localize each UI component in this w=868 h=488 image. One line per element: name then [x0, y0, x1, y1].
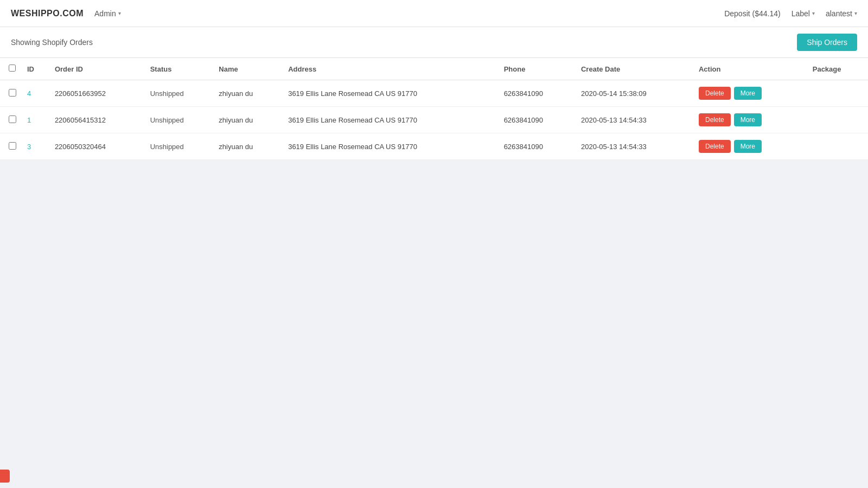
col-address: Address [283, 58, 498, 80]
col-phone: Phone [499, 58, 576, 80]
row-name: zhiyuan du [213, 133, 283, 160]
row-action-cell: Delete More [693, 80, 807, 107]
table-row: 4 2206051663952 Unshipped zhiyuan du 361… [0, 80, 868, 107]
row-action-cell: Delete More [693, 133, 807, 160]
main-content: ID Order ID Status Name Address Phone Cr… [0, 58, 868, 485]
action-buttons: Delete More [699, 87, 802, 100]
user-menu[interactable]: alantest ▾ [826, 9, 857, 18]
more-button[interactable]: More [734, 140, 762, 153]
page-title: Showing Shopify Orders [11, 38, 93, 47]
row-checkbox-cell [0, 107, 22, 133]
label-menu-label: Label [792, 9, 810, 18]
row-action-cell: Delete More [693, 107, 807, 133]
row-create-date: 2020-05-14 15:38:09 [576, 80, 693, 107]
more-button[interactable]: More [734, 87, 762, 100]
row-package [807, 133, 868, 160]
row-checkbox[interactable] [9, 142, 16, 150]
bottom-badge [0, 470, 10, 483]
admin-menu[interactable]: Admin ▾ [94, 9, 121, 18]
empty-area [0, 160, 868, 485]
col-status: Status [145, 58, 214, 80]
user-label: alantest [826, 9, 852, 18]
row-phone: 6263841090 [499, 107, 576, 133]
row-phone: 6263841090 [499, 80, 576, 107]
top-bar: Showing Shopify Orders Ship Orders [0, 27, 868, 58]
row-address: 3619 Ellis Lane Rosemead CA US 91770 [283, 107, 498, 133]
col-id: ID [22, 58, 49, 80]
row-name: zhiyuan du [213, 107, 283, 133]
row-phone: 6263841090 [499, 133, 576, 160]
col-name: Name [213, 58, 283, 80]
table-row: 3 2206050320464 Unshipped zhiyuan du 361… [0, 133, 868, 160]
row-create-date: 2020-05-13 14:54:33 [576, 133, 693, 160]
table-body: 4 2206051663952 Unshipped zhiyuan du 361… [0, 80, 868, 160]
action-buttons: Delete More [699, 113, 802, 126]
row-id: 3 [22, 133, 49, 160]
row-checkbox[interactable] [9, 89, 16, 97]
navbar-left: WESHIPPO.COM Admin ▾ [11, 9, 121, 18]
action-buttons: Delete More [699, 140, 802, 153]
row-checkbox-cell [0, 133, 22, 160]
row-id: 4 [22, 80, 49, 107]
table-header-row: ID Order ID Status Name Address Phone Cr… [0, 58, 868, 80]
row-order-id: 2206056415312 [49, 107, 145, 133]
row-order-id: 2206050320464 [49, 133, 145, 160]
col-action: Action [693, 58, 807, 80]
row-status: Unshipped [145, 107, 214, 133]
row-package [807, 107, 868, 133]
row-status: Unshipped [145, 133, 214, 160]
admin-caret: ▾ [118, 10, 121, 16]
row-order-id: 2206051663952 [49, 80, 145, 107]
col-create-date: Create Date [576, 58, 693, 80]
row-package [807, 80, 868, 107]
col-order-id: Order ID [49, 58, 145, 80]
deposit-link[interactable]: Deposit ($44.14) [724, 9, 781, 18]
more-button[interactable]: More [734, 113, 762, 126]
row-checkbox[interactable] [9, 115, 16, 123]
navbar: WESHIPPO.COM Admin ▾ Deposit ($44.14) La… [0, 0, 868, 27]
admin-label: Admin [94, 9, 116, 18]
row-create-date: 2020-05-13 14:54:33 [576, 107, 693, 133]
brand-logo: WESHIPPO.COM [11, 9, 84, 18]
label-menu[interactable]: Label ▾ [792, 9, 815, 18]
label-menu-caret: ▾ [812, 10, 815, 16]
col-package: Package [807, 58, 868, 80]
orders-table: ID Order ID Status Name Address Phone Cr… [0, 58, 868, 160]
delete-button[interactable]: Delete [699, 113, 731, 126]
row-id: 1 [22, 107, 49, 133]
ship-orders-button[interactable]: Ship Orders [797, 34, 857, 51]
row-name: zhiyuan du [213, 80, 283, 107]
user-caret: ▾ [854, 10, 857, 16]
orders-table-wrapper: ID Order ID Status Name Address Phone Cr… [0, 58, 868, 160]
row-status: Unshipped [145, 80, 214, 107]
row-address: 3619 Ellis Lane Rosemead CA US 91770 [283, 133, 498, 160]
row-checkbox-cell [0, 80, 22, 107]
navbar-right: Deposit ($44.14) Label ▾ alantest ▾ [724, 9, 857, 18]
delete-button[interactable]: Delete [699, 87, 731, 100]
delete-button[interactable]: Delete [699, 140, 731, 153]
table-row: 1 2206056415312 Unshipped zhiyuan du 361… [0, 107, 868, 133]
select-all-checkbox[interactable] [9, 65, 16, 72]
col-checkbox [0, 58, 22, 80]
row-address: 3619 Ellis Lane Rosemead CA US 91770 [283, 80, 498, 107]
